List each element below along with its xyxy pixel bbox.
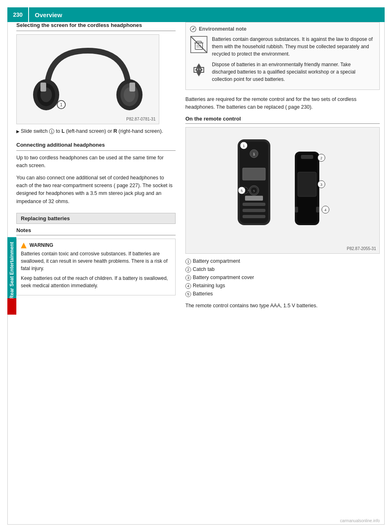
batteries-para: Batteries are required for the remote co… bbox=[185, 96, 380, 112]
warning-box: WARNING Batteries contain toxic and corr… bbox=[16, 239, 176, 295]
svg-rect-35 bbox=[301, 155, 313, 159]
header-title: Overview bbox=[29, 11, 62, 18]
side-tab: Rear Seat Entertainment bbox=[7, 237, 16, 304]
divider4 bbox=[185, 123, 380, 124]
remote-heading: On the remote control bbox=[185, 116, 380, 122]
svg-text:2: 2 bbox=[320, 156, 322, 160]
remote-image-code: P82.87-2055-31 bbox=[347, 246, 376, 251]
para2: You can also connect one additional set … bbox=[16, 174, 176, 206]
warning-title: WARNING bbox=[21, 242, 171, 248]
headphone-svg: 1 bbox=[22, 38, 153, 120]
bottom-text: The remote control contains two type AAA… bbox=[185, 302, 380, 310]
section2-heading: Connecting additional headphones bbox=[16, 142, 176, 148]
env-note-icon bbox=[190, 26, 196, 32]
env-note-box: Environmental note bbox=[185, 22, 380, 90]
svg-text:5: 5 bbox=[241, 189, 243, 193]
svg-text:1: 1 bbox=[243, 144, 245, 148]
list-item-2: 2 Catch tab bbox=[185, 265, 380, 273]
remote-svg: 1 5 1 2 bbox=[213, 131, 352, 250]
page-border-bottom bbox=[7, 524, 385, 525]
env-icon1 bbox=[190, 36, 208, 54]
svg-text:1: 1 bbox=[253, 152, 255, 156]
env-icon2: ♻ bbox=[190, 61, 208, 79]
svg-rect-7 bbox=[129, 83, 135, 92]
remote-parts-list: 1 Battery compartment 2 Catch tab 3 Batt… bbox=[185, 257, 380, 298]
svg-rect-42 bbox=[316, 207, 319, 212]
svg-rect-38 bbox=[298, 172, 316, 197]
svg-text:4: 4 bbox=[324, 208, 326, 212]
divider2 bbox=[16, 150, 176, 151]
left-column: Selecting the screen for the cordless he… bbox=[16, 22, 176, 310]
replacing-box: Replacing batteries bbox=[16, 213, 176, 224]
watermark: carmanualsonline.info bbox=[340, 519, 380, 523]
list-item-4: 4 Retaining lugs bbox=[185, 282, 380, 290]
svg-text:♻: ♻ bbox=[195, 65, 203, 74]
right-column: Environmental note bbox=[185, 22, 380, 310]
list-item-1: 1 Battery compartment bbox=[185, 257, 380, 265]
svg-text:1: 1 bbox=[60, 103, 62, 107]
env-text1: Batteries contain dangerous substances. … bbox=[212, 36, 375, 58]
page-border-right bbox=[384, 7, 385, 525]
no-trash-svg bbox=[190, 36, 208, 54]
svg-rect-22 bbox=[243, 168, 265, 180]
svg-rect-28 bbox=[243, 203, 265, 206]
slide-note: Slide switch 1 to L (left-hand screen) o… bbox=[16, 127, 176, 135]
divider1 bbox=[16, 31, 176, 31]
svg-text:5: 5 bbox=[253, 189, 255, 193]
env-note-row1: Batteries contain dangerous substances. … bbox=[190, 36, 375, 58]
warning-text1: Batteries contain toxic and corrosive su… bbox=[21, 250, 171, 272]
content-area: Selecting the screen for the cordless he… bbox=[16, 22, 380, 520]
svg-rect-45 bbox=[245, 196, 263, 201]
env-text2: Dispose of batteries in an environmental… bbox=[212, 61, 375, 83]
recycle-svg: ♻ bbox=[190, 61, 208, 79]
svg-rect-30 bbox=[243, 215, 265, 218]
para1: Up to two cordless headphones can be use… bbox=[16, 154, 176, 170]
svg-rect-6 bbox=[40, 83, 46, 92]
two-column-layout: Selecting the screen for the cordless he… bbox=[16, 22, 380, 310]
headphone-image-box: 1 P82.87-0781-31 bbox=[16, 34, 159, 124]
svg-text:3: 3 bbox=[320, 183, 322, 187]
svg-rect-41 bbox=[295, 207, 298, 212]
svg-text:5: 5 bbox=[249, 189, 251, 193]
warning-text2: Keep batteries out of the reach of child… bbox=[21, 275, 171, 289]
section1-heading: Selecting the screen for the cordless he… bbox=[16, 22, 176, 28]
headphone-image-code: P82.87-0781-31 bbox=[126, 117, 156, 121]
notes-heading: Notes bbox=[16, 227, 176, 233]
list-item-5: 5 Batteries bbox=[185, 290, 380, 298]
svg-rect-29 bbox=[243, 209, 265, 212]
env-note-header: Environmental note bbox=[190, 26, 375, 32]
divider3 bbox=[16, 235, 176, 235]
env-note-row2: ♻ Dispose of batteries in an environment… bbox=[190, 61, 375, 83]
svg-rect-15 bbox=[196, 41, 201, 43]
list-item-3: 3 Battery compartment cover bbox=[185, 273, 380, 282]
side-tab-red bbox=[7, 298, 16, 315]
header-bar: 230 Overview bbox=[7, 7, 385, 22]
page-number: 230 bbox=[7, 7, 29, 22]
remote-image-box: 1 5 1 2 bbox=[185, 127, 380, 254]
warning-icon bbox=[21, 243, 27, 248]
